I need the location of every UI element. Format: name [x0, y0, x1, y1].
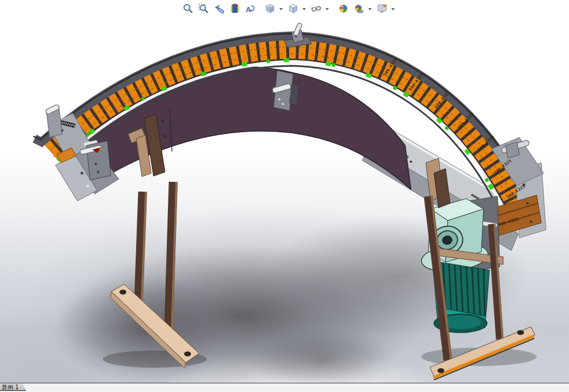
- view-settings-button[interactable]: [375, 2, 389, 16]
- view-orientation-dropdown[interactable]: [279, 8, 283, 10]
- section-view-button[interactable]: [228, 2, 242, 16]
- status-bar: 算例 1: [0, 383, 569, 392]
- dynamic-annotation-views-button[interactable]: A: [244, 2, 257, 16]
- edit-appearance-icon: [338, 3, 349, 14]
- apply-scene-dropdown[interactable]: [368, 8, 372, 10]
- apply-scene-button[interactable]: [352, 2, 366, 16]
- view-settings-dropdown[interactable]: [391, 8, 395, 10]
- view-settings-icon: [376, 3, 388, 14]
- zoom-to-fit-icon: [182, 3, 194, 14]
- graphics-viewport[interactable]: 380-K325 380-K325 380-K325 380-K325 380-…: [0, 0, 569, 392]
- hide-show-items-button[interactable]: [309, 2, 323, 16]
- hide-show-items-icon: [310, 3, 322, 14]
- display-style-icon: [287, 3, 299, 14]
- zoom-to-area-icon: [198, 3, 209, 14]
- hide-show-items-dropdown[interactable]: [325, 8, 329, 10]
- dynamic-annotation-views-icon: A: [245, 3, 256, 14]
- model-canvas[interactable]: 380-K325 380-K325 380-K325 380-K325 380-…: [0, 0, 569, 392]
- display-style-dropdown[interactable]: [302, 8, 306, 10]
- heads-up-view-toolbar: A: [181, 1, 396, 16]
- previous-view-icon: [214, 3, 225, 14]
- motion-study-tab[interactable]: 算例 1: [0, 383, 26, 391]
- view-orientation-icon: [264, 3, 276, 14]
- display-style-button[interactable]: [286, 2, 300, 16]
- view-orientation-button[interactable]: [263, 2, 277, 16]
- section-view-icon: [229, 3, 241, 14]
- apply-scene-icon: [353, 3, 365, 14]
- zoom-to-area-button[interactable]: [197, 2, 211, 16]
- zoom-to-fit-button[interactable]: [181, 2, 195, 16]
- previous-view-button[interactable]: [212, 2, 226, 16]
- edit-appearance-button[interactable]: [336, 2, 350, 16]
